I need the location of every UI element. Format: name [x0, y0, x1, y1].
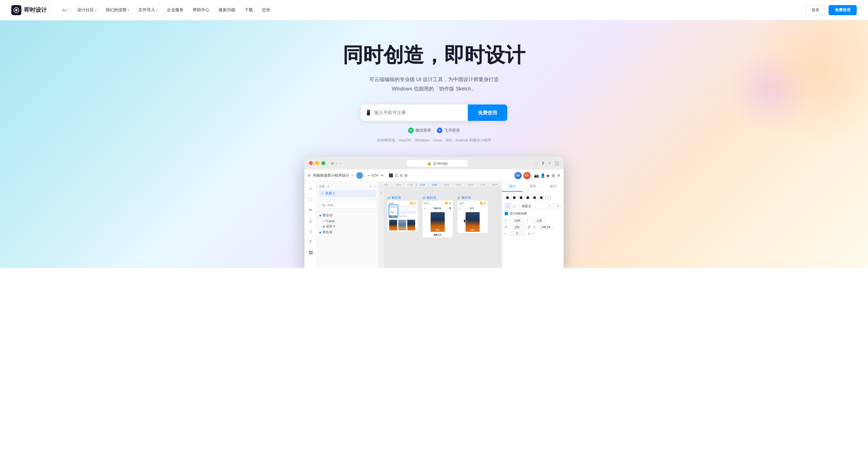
collapse-icon[interactable]: ⌄	[373, 184, 376, 189]
nav-item-download[interactable]: 下载	[241, 5, 257, 15]
image-tool[interactable]: 🖼	[306, 248, 315, 257]
layout-icon[interactable]: ⊟	[400, 173, 403, 178]
lock-ratio-icon[interactable]: 🔗	[527, 225, 531, 229]
pen-tool[interactable]: ✒	[306, 205, 315, 214]
camera-icon[interactable]: 📷	[534, 173, 539, 178]
rotation-coord: ↻ 0	[505, 231, 524, 236]
free-use-button[interactable]: 免费使用	[829, 5, 857, 15]
book-title-cover: FIRE	[436, 229, 440, 231]
align-top-icon[interactable]: ⬤	[525, 195, 531, 200]
right-panel: 设计 原型 标注 ⬤ ⬤ ⬤ ⬤	[502, 182, 563, 268]
forward-icon[interactable]: ›	[340, 161, 341, 165]
align-left-icon[interactable]: ⬤	[505, 195, 510, 200]
share-icon-mobile[interactable]: ⬆	[449, 207, 451, 210]
share-collab-icon[interactable]: 👤	[540, 173, 545, 178]
w-value[interactable]: 102	[510, 225, 524, 229]
nav-item-help[interactable]: 帮助中心	[189, 5, 214, 15]
logo-link[interactable]: 即时设计	[11, 5, 47, 15]
play-icon[interactable]: ▶	[547, 173, 550, 178]
login-button[interactable]: 登录	[805, 5, 825, 15]
back-icon-audio[interactable]: ‹	[459, 207, 460, 210]
grid-view-icon[interactable]: ⊞	[552, 173, 555, 178]
share-icon[interactable]: ⬆	[541, 161, 545, 166]
mobile-frame-bookshelf[interactable]: 102 × 146.34 9:41 📶 🔋 云阅读谷	[387, 200, 418, 232]
nav-item-community[interactable]: 设计社区 ▾	[73, 5, 100, 15]
tab-prototype[interactable]: 原型	[522, 182, 543, 191]
left-icon-bar: ⊹ ⬚ ✒ △ ◇ T 🖼	[305, 182, 317, 268]
nav-item-advantages[interactable]: 我们的优势 ▾	[102, 5, 133, 15]
size-row: W 102 🔗 H 146.34	[505, 225, 561, 229]
responsive-icon[interactable]: ⊡	[555, 203, 561, 209]
project-dropdown-icon[interactable]: ▾	[351, 174, 353, 177]
screencap-icon[interactable]: ⬚	[534, 161, 538, 166]
zoom-controls: − 62% ＋	[368, 173, 384, 178]
grid-icon[interactable]: ⊞	[331, 161, 334, 165]
x-label: X	[505, 219, 508, 222]
align-right-icon[interactable]: ⬤	[518, 195, 524, 200]
diamond-icon: ◆	[319, 231, 321, 234]
maximize-button[interactable]	[321, 161, 325, 165]
nav-item-import[interactable]: 文件导入 ▾	[134, 5, 162, 15]
x-value[interactable]: 1194	[510, 218, 524, 223]
canvas-content[interactable]: 🔗 整页/是 102 × 146.34 9:41	[384, 187, 502, 268]
tab-annotation[interactable]: 标注	[543, 182, 563, 191]
add-page-icon[interactable]: ＋	[369, 184, 372, 189]
mobile-frame-audio[interactable]: 9:41 📶 🔋 ‹ 听书	[457, 200, 488, 233]
hero-cta-button[interactable]: 免费使用	[468, 104, 507, 121]
frame-tool[interactable]: ⬚	[306, 195, 315, 204]
text-tool[interactable]: T	[306, 238, 315, 246]
page-item[interactable]: ✓ 页面 1	[319, 190, 376, 197]
wechat-login-button[interactable]: W 微信登录	[408, 128, 431, 133]
h-value[interactable]: 146.34	[538, 225, 553, 229]
back-icon-mobile[interactable]: ‹	[424, 207, 425, 210]
back-icon[interactable]: ‹	[336, 161, 337, 165]
rotation-value[interactable]: 0	[510, 231, 524, 236]
close-button[interactable]	[309, 161, 313, 165]
book-item[interactable]	[389, 220, 397, 230]
sidebar-icon[interactable]: ◫	[555, 161, 559, 166]
text-transform-icon[interactable]: ↗	[531, 232, 534, 236]
layer-item[interactable]: ▣ 矩形 8	[321, 223, 377, 229]
text-style-icon[interactable]: A	[528, 232, 530, 236]
vector-tool[interactable]: ◇	[306, 227, 315, 236]
layer-item[interactable]: ◆ 整页/否	[318, 212, 377, 218]
layer-item[interactable]: ◆ 整页/是	[318, 229, 377, 235]
mobile-frame-intro[interactable]: 9:41 📶 🔋 ‹ 书籍介绍 ⬆	[422, 200, 453, 238]
feishu-login-button[interactable]: ✈ 飞书登录	[437, 128, 460, 133]
move-tool[interactable]: ⊹	[306, 184, 315, 193]
hamburger-icon[interactable]: ≡	[308, 173, 310, 178]
y-value[interactable]: -218	[532, 218, 546, 223]
url-bar[interactable]: 🔒 js.design	[406, 159, 468, 167]
distribute-icon[interactable]: ⋮⋮⋮	[545, 195, 551, 200]
component-type-group[interactable]: ◯	[511, 203, 517, 209]
search-box[interactable]: 🔍 搜索...	[319, 202, 376, 209]
phone-input[interactable]	[374, 105, 463, 120]
plus-icon[interactable]: ＋	[380, 173, 384, 178]
align-bottom-icon[interactable]: ⬤	[538, 195, 544, 200]
component-type-frame[interactable]: ⬚	[505, 203, 511, 209]
refresh-icon[interactable]: ↺	[557, 173, 560, 178]
minimize-button[interactable]	[315, 161, 319, 165]
nav-item-new[interactable]: 最新功能	[215, 5, 239, 15]
main-layout: ⊹ ⬚ ✒ △ ◇ T 🖼 页数：1	[305, 182, 563, 268]
book-item[interactable]	[398, 220, 406, 230]
minus-icon[interactable]: −	[368, 173, 370, 178]
shape-tool[interactable]: △	[306, 216, 315, 225]
tab-design[interactable]: 设计	[502, 182, 522, 191]
book-item[interactable]	[407, 220, 415, 230]
preview-icon[interactable]: ⬛	[389, 173, 393, 178]
frame-icon[interactable]: ⊡	[395, 173, 398, 178]
layer-item[interactable]: ▢ 6.jpeg	[321, 218, 377, 223]
component-type-select[interactable]: 自定义 ▾	[519, 203, 553, 209]
align-icons: ⬤ ⬤ ⬤ ⬤ ⬤ ⬤ ⋮⋮⋮	[505, 195, 551, 200]
canvas-area[interactable]: 900 1000 1100 1194 1296 1400 1500 1600 1…	[379, 182, 502, 268]
component-icon[interactable]: ⊞	[404, 173, 407, 178]
nav-item-enterprise[interactable]: 企业服务	[163, 5, 188, 15]
nav-item-pricing[interactable]: 定价	[258, 5, 274, 15]
clip-content-checkbox[interactable]: ✓	[505, 212, 508, 215]
nav-item-ai[interactable]: Ai ▾	[58, 5, 72, 14]
align-middle-icon[interactable]: ⬤	[532, 195, 537, 200]
status-bar: 9:41 📶 🔋	[388, 201, 418, 206]
new-tab-icon[interactable]: ＋	[548, 160, 552, 166]
align-center-icon[interactable]: ⬤	[512, 195, 517, 200]
